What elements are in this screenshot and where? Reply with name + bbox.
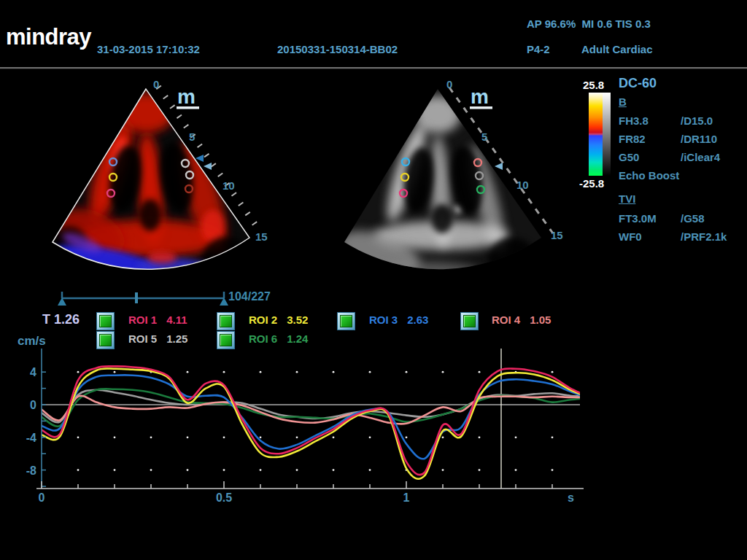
cine-frame-counter: 104/227 xyxy=(228,290,271,303)
orientation-marker-underline xyxy=(177,106,199,109)
acoustic-output: AP 96.6% MI 0.6 TIS 0.3 xyxy=(527,18,651,30)
tvi-param-frequency: FT3.0M xyxy=(619,212,657,225)
x-axis-unit-label: s xyxy=(568,491,574,504)
tvi-param-prf: /PRF2.1k xyxy=(681,230,727,243)
x-tick-label: 1 xyxy=(403,491,410,504)
depth-label-5: 5 xyxy=(481,131,487,143)
b-param-framerate: FR82 xyxy=(619,133,646,145)
pointer-arrow-icon xyxy=(196,155,204,162)
trace-roi-1 xyxy=(42,366,589,475)
depth-label-10: 10 xyxy=(516,179,529,191)
system-model: DC-60 xyxy=(619,76,657,91)
b-param-iclear: /iClear4 xyxy=(681,151,720,163)
colorbar-max-value: 25.8 xyxy=(583,79,604,91)
probe-name: P4-2 xyxy=(527,43,550,55)
datetime: 31-03-2015 17:10:32 xyxy=(97,43,200,55)
b-param-depth: /D15.0 xyxy=(681,114,713,127)
tvi-waveform-chart: cm/s 40-4-8 00.51s xyxy=(0,324,605,513)
pointer-arrow-icon xyxy=(204,163,212,170)
y-tick-label: -8 xyxy=(26,464,36,477)
trace-roi-2 xyxy=(42,368,589,478)
depth-label-0: 0 xyxy=(446,78,452,90)
depth-label-5: 5 xyxy=(189,131,195,143)
b-param-gain: G50 xyxy=(619,151,639,163)
pointer-arrow-icon xyxy=(495,163,503,170)
depth-label-10: 10 xyxy=(222,179,235,192)
b-param-frequency: FH3.8 xyxy=(619,114,649,127)
x-tick-label: 0.5 xyxy=(216,491,232,504)
y-axis-unit-label: cm/s xyxy=(18,334,46,348)
depth-label-15: 15 xyxy=(255,230,268,243)
tvi-param-gain: /G58 xyxy=(681,212,705,225)
chart-curves xyxy=(42,366,589,478)
exam-preset: Adult Cardiac xyxy=(581,43,653,55)
tvi-param-wallfilter: WF0 xyxy=(619,230,642,243)
orientation-marker-m: m xyxy=(177,85,196,108)
trace-roi-4 xyxy=(42,396,589,424)
mindray-ultrasound-screen: mindray 31-03-2015 17:10:32 20150331-150… xyxy=(0,0,747,560)
orientation-marker-underline xyxy=(470,106,492,109)
bmode-graybar xyxy=(603,93,611,176)
exam-id: 20150331-150314-BB02 xyxy=(277,43,398,55)
mindray-logo: mindray xyxy=(6,24,91,50)
colorbar-min-value: -25.8 xyxy=(579,177,604,190)
b-param-echoboost: Echo Boost xyxy=(619,169,679,182)
b-param-dynamicrange: /DR110 xyxy=(681,133,717,145)
depth-label-15: 15 xyxy=(551,229,563,241)
tvi-colorbar xyxy=(589,93,603,176)
y-tick-label: 4 xyxy=(30,366,36,378)
orientation-marker-m: m xyxy=(471,85,489,108)
tvi-color-image[interactable]: 0 5 10 15 m xyxy=(0,69,292,288)
depth-label-0: 0 xyxy=(153,78,159,90)
y-tick-label: 0 xyxy=(30,399,36,411)
bmode-image[interactable]: 0 5 10 15 m xyxy=(292,69,584,288)
tvi-section-title: TVI xyxy=(619,192,635,205)
x-tick-label: 0 xyxy=(39,491,45,504)
y-tick-label: -4 xyxy=(26,432,36,444)
scrubber-position-handle[interactable] xyxy=(135,292,138,303)
bmode-section-title: B xyxy=(619,96,627,108)
